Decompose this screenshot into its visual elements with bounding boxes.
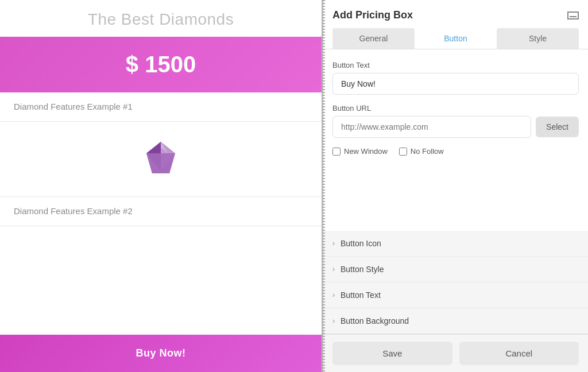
panel-title: Add Pricing Box	[332, 9, 413, 21]
pricing-amount: $ 1500	[0, 37, 322, 92]
tab-general[interactable]: General	[332, 28, 415, 49]
accordion-button-background-label: Button Background	[341, 316, 409, 326]
button-text-label: Button Text	[332, 61, 579, 69]
chevron-icon: ›	[332, 239, 335, 247]
accordion-button-style[interactable]: › Button Style	[323, 257, 588, 282]
accordion-button-text[interactable]: › Button Text	[323, 282, 588, 308]
drag-handle[interactable]	[322, 0, 325, 372]
select-button[interactable]: Select	[536, 117, 579, 137]
button-url-group: Button URL Select	[332, 104, 579, 138]
diamond-icon-section	[0, 122, 322, 197]
chevron-icon: ›	[332, 291, 335, 299]
button-text-group: Button Text	[332, 61, 579, 95]
button-text-input[interactable]	[332, 73, 579, 95]
diamond-image	[141, 139, 181, 179]
url-input-row: Select	[332, 116, 579, 138]
tab-style[interactable]: Style	[497, 28, 579, 49]
accordion-button-text-label: Button Text	[341, 290, 381, 300]
feature2-section: Diamond Features Example #2	[0, 197, 322, 226]
no-follow-checkbox[interactable]	[399, 148, 407, 156]
panel-content: Button Text Button URL Select New Window…	[323, 49, 588, 231]
accordion-button-icon[interactable]: › Button Icon	[323, 231, 588, 257]
minimize-button[interactable]	[567, 11, 579, 20]
new-window-label[interactable]: New Window	[332, 147, 388, 156]
button-url-input[interactable]	[332, 116, 531, 138]
feature1-section: Diamond Features Example #1	[0, 92, 322, 122]
new-window-text: New Window	[344, 147, 388, 156]
new-window-checkbox[interactable]	[332, 148, 341, 156]
panel-header: Add Pricing Box General Button Style	[323, 0, 588, 49]
pricing-box-preview: The Best Diamonds $ 1500 Diamond Feature…	[0, 0, 322, 372]
add-pricing-box-panel: Add Pricing Box General Button Style But…	[322, 0, 588, 372]
tab-bar: General Button Style	[332, 28, 579, 49]
pricing-title: The Best Diamonds	[0, 0, 322, 37]
save-button[interactable]: Save	[332, 342, 452, 365]
buy-now-button[interactable]: Buy Now!	[0, 335, 322, 372]
buy-now-section[interactable]: Buy Now!	[0, 335, 322, 372]
accordion-button-background[interactable]: › Button Background	[323, 308, 588, 334]
no-follow-text: No Follow	[411, 147, 444, 156]
tab-button[interactable]: Button	[415, 28, 497, 49]
accordion-section: › Button Icon › Button Style › Button Te…	[323, 231, 588, 334]
feature1-label: Diamond Features Example #1	[14, 102, 133, 111]
feature2-label: Diamond Features Example #2	[14, 206, 133, 216]
no-follow-label[interactable]: No Follow	[399, 147, 444, 156]
accordion-button-icon-label: Button Icon	[341, 239, 381, 248]
button-url-label: Button URL	[332, 104, 579, 113]
accordion-button-style-label: Button Style	[341, 265, 384, 274]
panel-footer: Save Cancel	[323, 334, 588, 372]
cancel-button[interactable]: Cancel	[459, 342, 579, 365]
chevron-icon: ›	[332, 265, 335, 273]
chevron-icon: ›	[332, 317, 335, 325]
svg-marker-3	[146, 153, 175, 173]
checkbox-row: New Window No Follow	[332, 147, 579, 156]
